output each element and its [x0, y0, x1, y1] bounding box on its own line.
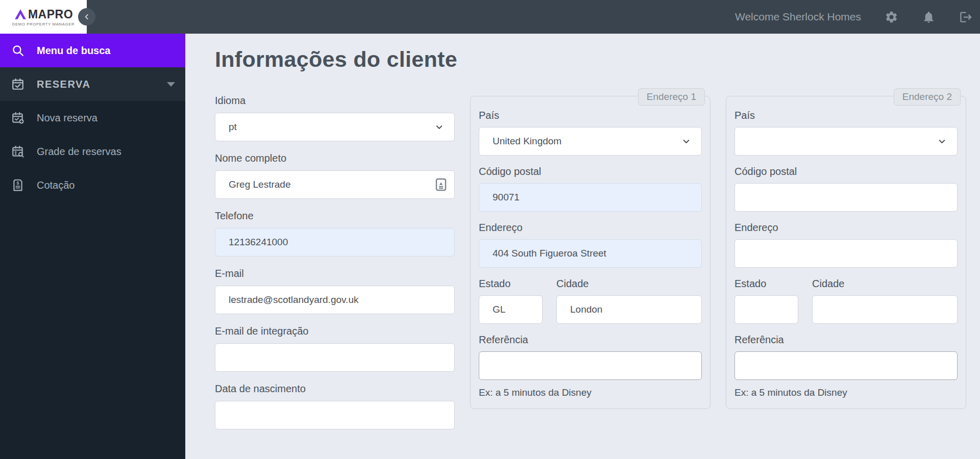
pais-select-1[interactable]: United Kingdom — [479, 127, 702, 156]
chevron-down-icon — [937, 137, 947, 146]
cidade-label: Cidade — [556, 278, 702, 290]
email-label: E-mail — [215, 268, 455, 279]
pais-select-2[interactable] — [734, 127, 958, 156]
idioma-select[interactable]: pt — [215, 113, 455, 141]
email-input[interactable] — [215, 286, 455, 314]
email-integracao-label: E-mail de integração — [215, 325, 455, 337]
chevron-left-icon — [83, 13, 90, 20]
brand-name: MAPRO — [28, 8, 73, 21]
notifications-bell-icon[interactable] — [922, 10, 936, 24]
sidebar-item-label: Menu de busca — [37, 45, 110, 57]
referencia-input-1[interactable] — [479, 351, 702, 380]
pais-selected-value: United Kingdom — [493, 136, 681, 147]
calendar-check-icon — [11, 78, 24, 91]
calendar-search-icon — [11, 145, 24, 158]
codigo-postal-label: Código postal — [479, 166, 702, 177]
logout-icon[interactable] — [959, 10, 973, 24]
sidebar-section-reserva[interactable]: RESERVA — [0, 67, 185, 101]
brand-logo[interactable]: MAPRO DEMO PROPERTY MANAGER — [0, 0, 87, 34]
referencia-input-2[interactable] — [734, 351, 958, 380]
codigo-postal-label: Código postal — [734, 166, 958, 177]
settings-gear-icon[interactable] — [885, 10, 898, 24]
estado-input-2[interactable] — [734, 295, 798, 324]
svg-text:$: $ — [17, 181, 19, 186]
idioma-label: Idioma — [215, 95, 455, 107]
brand-tagline: DEMO PROPERTY MANAGER — [12, 22, 75, 27]
cidade-label: Cidade — [812, 278, 958, 290]
cidade-input-1[interactable] — [556, 295, 702, 324]
sidebar-item-label: Nova reserva — [37, 112, 97, 124]
chevron-down-icon — [434, 122, 444, 132]
pais-label: País — [479, 110, 702, 121]
data-nascimento-label: Data de nascimento — [215, 383, 455, 395]
referencia-hint: Ex: a 5 minutos da Disney — [479, 387, 702, 398]
nome-completo-label: Nome completo — [215, 152, 455, 164]
welcome-text: Welcome Sherlock Homes — [735, 11, 861, 23]
sidebar-item-label: Cotação — [37, 180, 75, 191]
referencia-label: Referência — [734, 334, 958, 346]
brand-mark-icon — [14, 9, 27, 20]
referencia-label: Referência — [479, 334, 702, 346]
search-icon — [11, 44, 24, 57]
endereco-input-1[interactable] — [479, 239, 702, 268]
app-window: MAPRO DEMO PROPERTY MANAGER Welcome Sher… — [0, 0, 980, 459]
telefone-label: Telefone — [215, 210, 455, 222]
client-info-form: Idioma pt Nome completo — [215, 89, 455, 441]
sidebar-item-label: Grade de reservas — [37, 146, 121, 158]
nome-completo-input[interactable] — [215, 170, 455, 199]
referencia-hint: Ex: a 5 minutos da Disney — [734, 387, 958, 398]
codigo-postal-input-2[interactable] — [734, 183, 958, 212]
endereco-label: Endereço — [479, 222, 702, 234]
sidebar: Menu de busca RESERVA — [0, 34, 185, 459]
pais-label: País — [734, 110, 958, 121]
main-content: Informações do cliente Idioma pt — [185, 34, 980, 459]
sidebar-collapse-button[interactable] — [78, 8, 95, 26]
telefone-input[interactable] — [215, 228, 455, 257]
top-bar: MAPRO DEMO PROPERTY MANAGER Welcome Sher… — [0, 0, 980, 34]
address-2-badge: Endereço 2 — [894, 88, 961, 106]
sidebar-section-label: RESERVA — [37, 79, 90, 90]
address-1-badge: Endereço 1 — [638, 88, 705, 106]
sidebar-item-nova-reserva[interactable]: Nova reserva — [0, 101, 185, 135]
chevron-down-icon — [167, 82, 175, 87]
endereco-input-2[interactable] — [734, 239, 958, 268]
page-title: Informações do cliente — [215, 47, 966, 72]
sidebar-item-cotacao[interactable]: $ Cotação — [0, 168, 185, 202]
estado-label: Estado — [734, 278, 798, 290]
contact-card-icon[interactable] — [435, 178, 447, 191]
sidebar-item-menu-de-busca[interactable]: Menu de busca — [0, 34, 185, 67]
email-integracao-input[interactable] — [215, 343, 455, 372]
calendar-plus-icon — [11, 111, 24, 124]
codigo-postal-input-1[interactable] — [479, 183, 702, 212]
data-nascimento-input[interactable] — [215, 401, 455, 429]
sidebar-item-grade-de-reservas[interactable]: Grade de reservas — [0, 135, 185, 168]
cidade-input-2[interactable] — [812, 295, 958, 324]
estado-input-1[interactable] — [479, 295, 543, 324]
chevron-down-icon — [681, 137, 691, 146]
endereco-label: Endereço — [734, 222, 958, 234]
address-panel-1: Endereço 1 País United Kingdom Código po… — [470, 96, 710, 409]
quote-document-icon: $ — [11, 178, 24, 192]
address-panel-2: Endereço 2 País Código postal — [726, 96, 966, 409]
idioma-selected-value: pt — [229, 121, 434, 133]
estado-label: Estado — [479, 278, 543, 290]
